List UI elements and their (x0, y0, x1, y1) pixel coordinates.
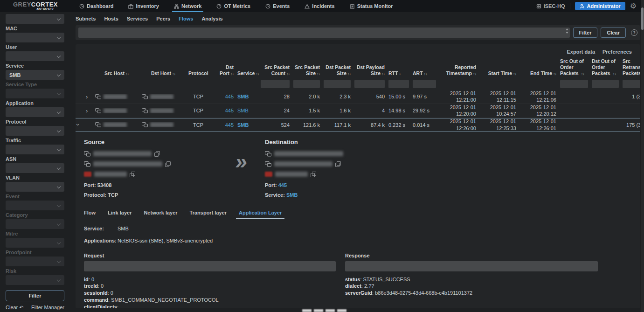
nav-item-inventory[interactable]: Inventory (122, 0, 166, 12)
response-search-input[interactable] (345, 261, 598, 271)
filter-select[interactable] (6, 163, 64, 173)
subnav-subnets[interactable]: Subnets (76, 16, 96, 21)
tab-transport-layer[interactable]: Transport layer (190, 210, 227, 219)
preferences-link[interactable]: Preferences (602, 49, 632, 55)
tab-application-layer[interactable]: Application Layer (239, 210, 282, 219)
column-header-dst-port[interactable]: Dst Port↑↓ (210, 64, 235, 76)
sort-icon[interactable]: ↑↓ (125, 71, 129, 76)
column-header-reported-timestamp[interactable]: Reported Timestamp↑↓ (438, 64, 478, 76)
column-header-src-host[interactable]: Src Host↑↓ (93, 70, 140, 76)
filter-select[interactable] (6, 219, 64, 229)
column-header-end-time[interactable]: End Time↑↓ (518, 70, 558, 76)
subnav-services[interactable]: Services (127, 16, 148, 21)
sort-icon[interactable]: ↑↓ (172, 71, 175, 76)
filter-input-src-packet-size[interactable] (293, 80, 320, 88)
filter-input-src-ooo[interactable] (560, 80, 588, 88)
filter-select[interactable] (6, 182, 64, 192)
sort-icon[interactable]: ↑↓ (473, 71, 476, 76)
filter-input-art[interactable] (413, 80, 436, 88)
filter-input-src-retransm[interactable] (623, 80, 640, 88)
column-header-dst-packet-size[interactable]: Dst Packet Size↑↓ (322, 64, 353, 76)
filter-select[interactable] (6, 201, 64, 210)
filter-select[interactable] (6, 126, 64, 136)
query-input[interactable] (78, 28, 570, 38)
export-data-link[interactable]: Export data (567, 49, 595, 55)
copy-icon[interactable] (154, 151, 159, 156)
filter-select-service[interactable]: SMB (6, 70, 64, 80)
filter-manager-link[interactable]: Filter Manager (31, 305, 64, 311)
copy-icon[interactable] (311, 172, 316, 177)
filter-select[interactable] (6, 107, 64, 117)
sort-icon[interactable]: ↑↓ (424, 71, 427, 76)
subnav-peers[interactable]: Peers (156, 16, 170, 21)
site-selector[interactable]: iSEC-HQ (536, 3, 565, 9)
expand-chevron-icon[interactable]: › (77, 107, 88, 114)
copy-icon[interactable] (130, 172, 135, 177)
filter-input-dst-ooo[interactable] (592, 80, 619, 88)
table-row-expanded[interactable]: › TCP 445 SMB 524 121.6 k 117.1 k 87.4 k… (76, 118, 640, 132)
collapse-chevron-icon[interactable]: › (76, 124, 83, 125)
sort-icon[interactable]: ↑↓ (613, 71, 616, 76)
filter-input-src-packet-count[interactable] (261, 80, 290, 88)
nav-item-incidents[interactable]: Incidents (298, 0, 341, 12)
filter-select[interactable] (6, 51, 64, 61)
column-header-dst-out-of-order[interactable]: Dst Out of Order Packets ↑↓ (590, 58, 621, 77)
sort-icon[interactable]: ↑↓ (381, 71, 385, 76)
filter-input-dst-payload-size[interactable] (354, 80, 385, 88)
cell-dst-port[interactable]: 445 (210, 94, 235, 99)
cell-service[interactable]: SMB (235, 122, 259, 128)
cell-dst-port[interactable]: 445 (210, 122, 235, 128)
help-icon[interactable]: ? (631, 29, 637, 36)
sort-icon[interactable]: ↑↓ (553, 71, 556, 76)
nav-item-status-monitor[interactable]: Status Monitor (343, 0, 400, 12)
cell-service[interactable]: SMB (235, 94, 259, 99)
sort-icon[interactable]: ↑↓ (513, 71, 516, 76)
sort-icon[interactable]: ↑↓ (347, 71, 351, 76)
query-spinner[interactable] (566, 28, 568, 34)
expand-chevron-icon[interactable]: › (77, 93, 88, 100)
column-header-src-packet-count[interactable]: Src Packet Count↑↓ (259, 64, 291, 76)
column-header-protocol[interactable]: Protocol (187, 70, 210, 76)
cell-dst-port[interactable]: 445 (210, 108, 235, 113)
filter-select[interactable] (6, 275, 64, 285)
cell-service[interactable]: SMB (235, 108, 259, 113)
subnav-analysis[interactable]: Analysis (201, 16, 222, 21)
column-header-src-packet-size[interactable]: Src Packet Size↑↓ (291, 64, 322, 76)
sidebar-filter-button[interactable]: Filter (6, 290, 64, 301)
sort-icon[interactable]: ↑↓ (256, 71, 259, 76)
filter-input-dst-packet-size[interactable] (324, 80, 351, 88)
column-header-rtt[interactable]: RTT↓ (387, 70, 411, 76)
sort-icon[interactable]: ↑↓ (581, 71, 584, 76)
query-filter-button[interactable]: Filter (573, 28, 598, 38)
filter-select[interactable] (6, 89, 64, 98)
nav-item-events[interactable]: Events (259, 0, 296, 12)
nav-item-network[interactable]: Network (167, 0, 208, 12)
sort-icon[interactable]: ↑↓ (286, 71, 290, 76)
sort-desc-icon[interactable]: ↓ (399, 71, 401, 76)
tab-flow[interactable]: Flow (84, 210, 96, 219)
filter-select[interactable] (6, 257, 64, 266)
sort-icon[interactable]: ↑↓ (230, 71, 234, 76)
tab-network-layer[interactable]: Network layer (144, 210, 177, 219)
tab-link-layer[interactable]: Link layer (108, 210, 132, 219)
user-menu-button[interactable]: Administrator (575, 2, 625, 10)
copy-icon[interactable] (165, 161, 170, 166)
subnav-hosts[interactable]: Hosts (104, 16, 118, 21)
clear-filters-link[interactable]: Clear ↶ (6, 305, 24, 311)
table-row[interactable]: › TCP 445 SMB 28 2.0 k 2.3 k 540 15.00 s… (76, 90, 640, 104)
filter-select[interactable] (6, 145, 64, 154)
column-header-src-out-of-order[interactable]: Src Out of Order Packets ↑↓ (558, 58, 590, 77)
filter-input-rtt[interactable] (388, 80, 409, 88)
subnav-flows[interactable]: Flows (179, 16, 193, 21)
copy-icon[interactable] (335, 161, 340, 166)
filter-select[interactable] (6, 14, 64, 24)
settings-gear-icon[interactable]: ⚙ (630, 2, 637, 10)
query-clear-button[interactable]: Clear (601, 28, 626, 38)
column-header-dst-host[interactable]: Dst Host↑↓ (140, 70, 187, 76)
nav-item-dashboard[interactable]: Dashboard (73, 0, 120, 12)
request-search-input[interactable] (84, 261, 336, 271)
filter-select[interactable] (6, 238, 64, 248)
sort-icon[interactable]: ↑↓ (317, 71, 320, 76)
table-row[interactable]: › TCP 445 SMB 24 1.5 k 1.6 k 4 14.98 s 2… (76, 104, 640, 118)
nav-item-ot-metrics[interactable]: OT Metrics (210, 0, 257, 12)
